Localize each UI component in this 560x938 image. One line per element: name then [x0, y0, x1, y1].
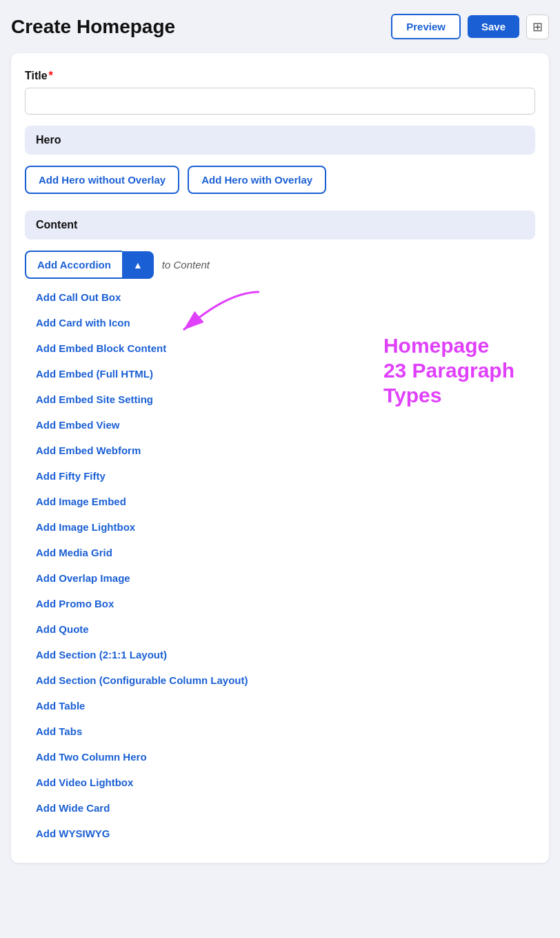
dropdown-item-fifty-fifty[interactable]: Add Fifty Fifty	[30, 463, 530, 489]
dropdown-item-tabs[interactable]: Add Tabs	[30, 719, 530, 744]
accordion-chevron-button[interactable]: ▲	[122, 251, 154, 279]
dropdown-item-embed-view[interactable]: Add Embed View	[30, 412, 530, 438]
dropdown-item-wide-card[interactable]: Add Wide Card	[30, 795, 530, 821]
dropdown-item-embed-full-html[interactable]: Add Embed (Full HTML)	[30, 361, 530, 387]
accordion-row: Add Accordion ▲ to Content	[25, 251, 535, 279]
dropdown-item-two-column-hero[interactable]: Add Two Column Hero	[30, 744, 530, 770]
dropdown-item-wysiwyg[interactable]: Add WYSIWYG	[30, 821, 530, 846]
dropdown-item-image-lightbox[interactable]: Add Image Lightbox	[30, 514, 530, 540]
title-input[interactable]	[25, 88, 535, 115]
dropdown-item-section-211[interactable]: Add Section (2:1:1 Layout)	[30, 642, 530, 667]
content-section-header: Content	[25, 211, 535, 240]
add-accordion-button[interactable]: Add Accordion	[25, 251, 122, 279]
dropdown-item-video-lightbox[interactable]: Add Video Lightbox	[30, 770, 530, 795]
dropdown-item-quote[interactable]: Add Quote	[30, 616, 530, 642]
header-actions: Preview Save ⊞	[391, 14, 549, 39]
chevron-up-icon: ▲	[133, 260, 143, 271]
page-header: Create Homepage Preview Save ⊞	[11, 14, 549, 39]
preview-button[interactable]: Preview	[391, 14, 461, 39]
hero-section-header: Hero	[25, 126, 535, 155]
title-label: Title*	[25, 70, 535, 82]
dropdown-item-table[interactable]: Add Table	[30, 693, 530, 719]
panel-icon: ⊞	[532, 19, 543, 35]
dropdown-item-embed-webform[interactable]: Add Embed Webform	[30, 438, 530, 463]
add-hero-with-overlay-button[interactable]: Add Hero with Overlay	[188, 166, 326, 194]
add-hero-without-overlay-button[interactable]: Add Hero without Overlay	[25, 166, 179, 194]
dropdown-item-embed-block-content[interactable]: Add Embed Block Content	[30, 335, 530, 361]
dropdown-item-embed-site-setting[interactable]: Add Embed Site Setting	[30, 387, 530, 412]
panel-toggle-button[interactable]: ⊞	[526, 14, 549, 39]
annotation-wrapper: Add Accordion ▲ to Content Hom	[25, 251, 535, 846]
required-indicator: *	[49, 70, 53, 81]
dropdown-item-promo-box[interactable]: Add Promo Box	[30, 591, 530, 616]
dropdown-item-media-grid[interactable]: Add Media Grid	[30, 540, 530, 565]
page-title: Create Homepage	[11, 16, 175, 38]
main-card: Title* Hero Add Hero without Overlay Add…	[11, 53, 549, 863]
save-button[interactable]: Save	[468, 15, 519, 38]
to-content-label: to Content	[162, 259, 210, 271]
dropdown-item-overlap-image[interactable]: Add Overlap Image	[30, 565, 530, 591]
dropdown-item-card-with-icon[interactable]: Add Card with Icon	[30, 310, 530, 335]
dropdown-item-image-embed[interactable]: Add Image Embed	[30, 489, 530, 514]
hero-buttons-group: Add Hero without Overlay Add Hero with O…	[25, 166, 535, 194]
dropdown-item-section-configurable[interactable]: Add Section (Configurable Column Layout)	[30, 667, 530, 693]
dropdown-item-call-out-box[interactable]: Add Call Out Box	[30, 284, 530, 310]
dropdown-list: Add Call Out Box Add Card with Icon Add …	[25, 284, 535, 846]
